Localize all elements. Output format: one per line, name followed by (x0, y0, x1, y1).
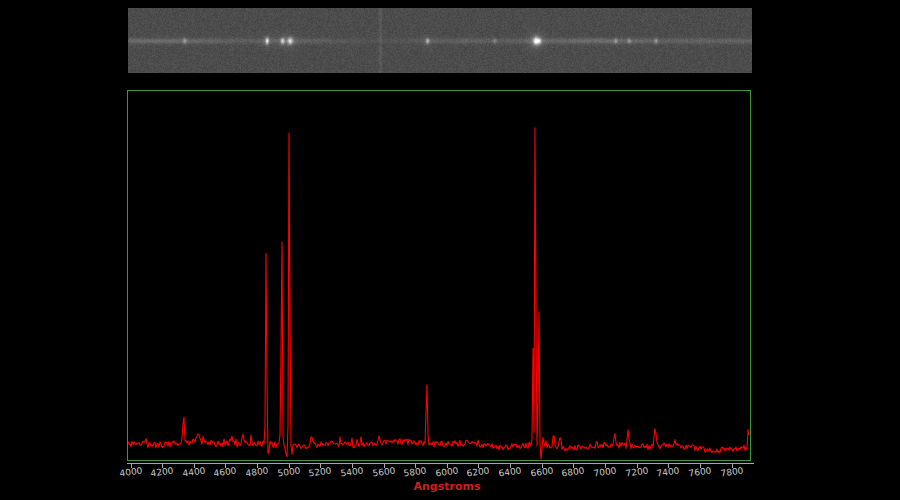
x-axis-tick-label: 6800 (561, 465, 585, 478)
x-axis-tick-label: 7400 (656, 465, 680, 478)
x-axis-tick-label: 6200 (466, 465, 490, 478)
x-axis-tick-label: 6600 (530, 465, 554, 478)
spectrum-strip-image (128, 8, 752, 73)
plot-frame (127, 90, 751, 461)
x-axis-tick-label: 7600 (688, 465, 712, 478)
x-axis-tick-label: 6000 (435, 465, 459, 478)
x-axis-title: Angstroms (413, 480, 480, 493)
x-axis-tick-label: 4600 (213, 465, 237, 478)
x-axis-tick-label: 5400 (340, 465, 364, 478)
x-axis-tick-label: 5000 (277, 465, 301, 478)
x-axis-tick-label: 7800 (719, 465, 743, 478)
x-axis-tick-label: 7000 (593, 465, 617, 478)
x-axis-tick-label: 4000 (118, 465, 142, 478)
x-axis-tick-label: 4400 (182, 465, 206, 478)
x-axis-tick-label: 4200 (150, 465, 174, 478)
x-axis-tick-label: 7200 (625, 465, 649, 478)
x-axis-line (127, 463, 754, 464)
x-axis-tick-label: 5800 (403, 465, 427, 478)
spectrum-plot-canvas (128, 91, 750, 460)
x-axis-tick-label: 6400 (498, 465, 522, 478)
spectrum-viewer: 4000420044004600480050005200540056005800… (0, 0, 900, 500)
x-axis-tick-label: 4800 (245, 465, 269, 478)
x-axis-tick-label: 5600 (372, 465, 396, 478)
x-axis-tick-label: 5200 (308, 465, 332, 478)
